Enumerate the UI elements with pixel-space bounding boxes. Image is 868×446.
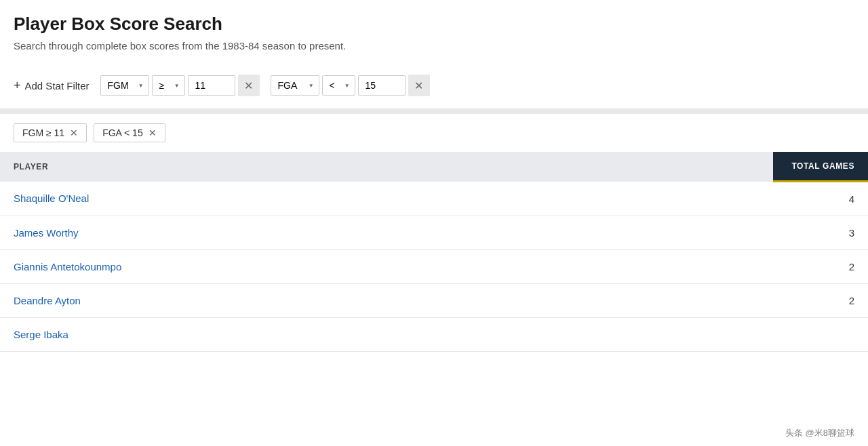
filter-group-fga: FGA FGM FG% < ≥ ≤ = > ✕ xyxy=(271,75,430,96)
table-row: James Worthy 3 xyxy=(0,216,868,250)
column-header-player: PLAYER xyxy=(0,152,773,182)
operator-select-wrapper-fga[interactable]: < ≥ ≤ = > xyxy=(322,75,355,96)
games-count-james: 3 xyxy=(773,216,868,250)
stat-select-wrapper-fga[interactable]: FGA FGM FG% xyxy=(271,75,319,96)
active-filter-label-fga: FGA < 15 xyxy=(102,127,143,138)
clear-filter-fga-button[interactable]: ✕ xyxy=(408,75,430,96)
plus-icon: + xyxy=(14,79,21,93)
active-filter-tag-fga: FGA < 15 ✕ xyxy=(94,123,165,142)
games-count-shaquille: 4 xyxy=(773,182,868,216)
operator-select-fgm[interactable]: ≥ ≤ = > < xyxy=(152,75,185,96)
games-count-giannis: 2 xyxy=(773,250,868,284)
table-row: Serge Ibaka xyxy=(0,318,868,352)
table-row: Deandre Ayton 2 xyxy=(0,284,868,318)
table-row: Giannis Antetokounmpo 2 xyxy=(0,250,868,284)
stat-select-fga[interactable]: FGA FGM FG% xyxy=(271,75,319,96)
column-header-total-games: TOTAL GAMES xyxy=(773,152,868,182)
active-filters-bar: FGM ≥ 11 ✕ FGA < 15 ✕ xyxy=(0,114,868,152)
results-table: PLAYER TOTAL GAMES Shaquille O'Neal 4 Ja… xyxy=(0,152,868,352)
add-stat-filter-button[interactable]: + Add Stat Filter xyxy=(14,79,90,93)
player-name-shaquille[interactable]: Shaquille O'Neal xyxy=(0,182,773,216)
player-name-deandre[interactable]: Deandre Ayton xyxy=(0,284,773,318)
table-row: Shaquille O'Neal 4 xyxy=(0,182,868,216)
remove-filter-fga-button[interactable]: ✕ xyxy=(149,128,157,138)
player-name-james[interactable]: James Worthy xyxy=(0,216,773,250)
header-section: Player Box Score Search Search through c… xyxy=(0,0,868,62)
player-name-serge[interactable]: Serge Ibaka xyxy=(0,318,773,352)
player-name-giannis[interactable]: Giannis Antetokounmpo xyxy=(0,250,773,284)
games-count-deandre: 2 xyxy=(773,284,868,318)
active-filter-label-fgm: FGM ≥ 11 xyxy=(22,127,64,138)
games-count-serge xyxy=(773,318,868,352)
clear-filter-fgm-button[interactable]: ✕ xyxy=(238,75,260,96)
table-header-row: PLAYER TOTAL GAMES xyxy=(0,152,868,182)
operator-select-fga[interactable]: < ≥ ≤ = > xyxy=(322,75,355,96)
add-filter-label: Add Stat Filter xyxy=(25,80,90,92)
stat-select-fgm[interactable]: FGM FGA FG% xyxy=(100,75,149,96)
page-subtitle: Search through complete box scores from … xyxy=(14,40,854,52)
value-input-fgm[interactable] xyxy=(188,75,235,96)
stat-select-wrapper-fgm[interactable]: FGM FGA FG% xyxy=(100,75,149,96)
section-divider xyxy=(0,108,868,114)
filter-bar: + Add Stat Filter FGM FGA FG% ≥ ≤ = > < … xyxy=(0,62,868,108)
watermark: 头条 @米8聊篮球 xyxy=(785,427,854,439)
filter-group-fgm: FGM FGA FG% ≥ ≤ = > < ✕ xyxy=(100,75,260,96)
value-input-fga[interactable] xyxy=(358,75,406,96)
page-title: Player Box Score Search xyxy=(14,14,854,35)
remove-filter-fgm-button[interactable]: ✕ xyxy=(70,128,78,138)
active-filter-tag-fgm: FGM ≥ 11 ✕ xyxy=(14,123,87,142)
operator-select-wrapper-fgm[interactable]: ≥ ≤ = > < xyxy=(152,75,185,96)
